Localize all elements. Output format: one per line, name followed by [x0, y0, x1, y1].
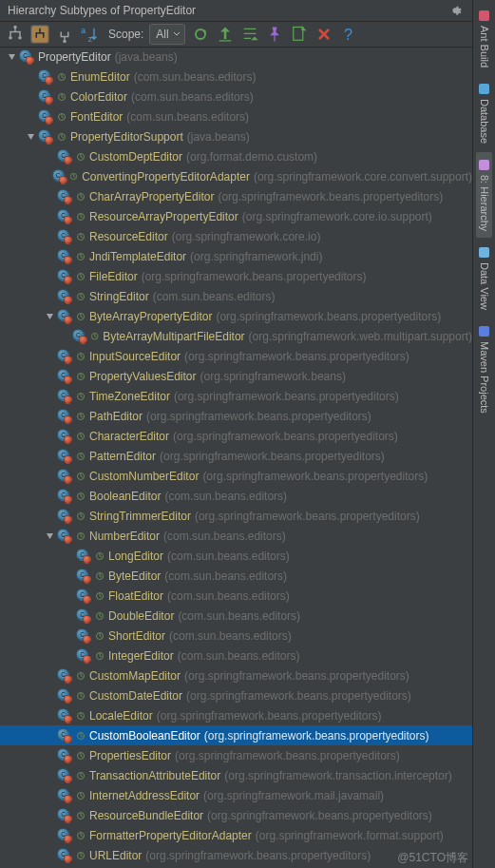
tree-row[interactable]: cFontEditor(com.sun.beans.editors)	[0, 106, 472, 126]
tree-row[interactable]: cTransactionAttributeEditor(org.springfr…	[0, 765, 472, 785]
tree-row[interactable]: cConvertingPropertyEditorAdapter(org.spr…	[0, 166, 472, 186]
close-icon[interactable]	[314, 25, 333, 44]
svg-point-0	[13, 26, 17, 29]
tree-row[interactable]: cPatternEditor(org.springframework.beans…	[0, 446, 472, 466]
tree-row[interactable]: cByteArrayPropertyEditor(org.springframe…	[0, 306, 472, 326]
tree-row[interactable]: cFileEditor(org.springframework.beans.pr…	[0, 266, 472, 286]
type-hierarchy-tree[interactable]: cPropertyEditor(java.beans)cEnumEditor(c…	[0, 47, 472, 868]
tree-row[interactable]: cPropertyValuesEditor(org.springframewor…	[0, 366, 472, 386]
help-icon[interactable]: ?	[339, 25, 358, 44]
tree-row[interactable]: cCustomMapEditor(org.springframework.bea…	[0, 665, 472, 685]
tool-tab[interactable]: Database	[476, 76, 492, 150]
tree-row[interactable]: cResourceBundleEditor(org.springframewor…	[0, 805, 472, 825]
tree-row[interactable]: cPropertiesEditor(org.springframework.be…	[0, 745, 472, 765]
tree-row[interactable]: cTimeZoneEditor(org.springframework.bean…	[0, 386, 472, 406]
tree-row[interactable]: cBooleanEditor(com.sun.beans.editors)	[0, 486, 472, 506]
tree-row[interactable]: cResourceEditor(org.springframework.core…	[0, 226, 472, 246]
tree-row[interactable]: cCharacterEditor(org.springframework.bea…	[0, 426, 472, 446]
svg-point-1	[9, 36, 12, 40]
tree-row[interactable]: cCharArrayPropertyEditor(org.springframe…	[0, 186, 472, 206]
tree-row[interactable]: cCustomNumberEditor(org.springframework.…	[0, 466, 472, 486]
class-icon: c	[57, 229, 72, 244]
tree-row[interactable]: cNumberEditor(com.sun.beans.editors)	[0, 526, 472, 546]
package-name: (org.springframework.beans.propertyedito…	[207, 809, 432, 822]
tree-row[interactable]: cColorEditor(com.sun.beans.editors)	[0, 87, 472, 106]
tree-row[interactable]: cFormatterPropertyEditorAdapter(org.spri…	[0, 825, 472, 845]
package-name: (org.springframework.beans.propertyedito…	[146, 410, 371, 423]
subtypes-icon[interactable]	[30, 25, 49, 44]
tree-row[interactable]: cPathEditor(org.springframework.beans.pr…	[0, 406, 472, 426]
tree-row[interactable]: cShortEditor(com.sun.beans.editors)	[0, 626, 472, 646]
package-name: (org.springframework.beans.propertyedito…	[195, 510, 420, 523]
scope-select[interactable]: All	[149, 24, 184, 45]
autoscroll-to-source-icon[interactable]	[216, 25, 235, 44]
tree-row[interactable]: cPropertyEditorSupport(java.beans)	[0, 126, 472, 146]
arrow-placeholder	[44, 850, 55, 861]
tree-row[interactable]: cLongEditor(com.sun.beans.editors)	[0, 546, 472, 566]
override-marker-icon	[76, 511, 86, 521]
class-name: PropertyEditorSupport	[70, 130, 183, 144]
header: Hierarchy Subtypes of PropertyEditor	[0, 0, 495, 22]
class-name: PathEditor	[89, 410, 143, 423]
override-marker-icon	[76, 152, 86, 162]
tree-row[interactable]: cCustomDateEditor(org.springframework.be…	[0, 685, 472, 705]
settings-icon[interactable]	[446, 1, 465, 20]
export-icon[interactable]	[290, 25, 309, 44]
tool-tab[interactable]: Data View	[476, 240, 492, 317]
supertypes-icon[interactable]	[55, 25, 74, 44]
sort-alpha-icon[interactable]: az	[80, 25, 99, 44]
tree-row[interactable]: cLocaleEditor(org.springframework.beans.…	[0, 705, 472, 725]
arrow-placeholder	[44, 690, 55, 702]
class-icon: c	[76, 628, 91, 644]
expand-arrow-icon[interactable]	[44, 530, 55, 542]
class-icon: c	[57, 409, 72, 424]
arrow-placeholder	[44, 810, 55, 821]
tool-tab[interactable]: Ant Build	[476, 3, 492, 74]
tool-window-strip: Ant BuildDatabase8: HierarchyData ViewMa…	[472, 0, 495, 868]
expand-arrow-icon[interactable]	[25, 131, 36, 143]
arrow-placeholder	[44, 211, 55, 222]
arrow-placeholder	[44, 491, 55, 502]
expand-arrow-icon[interactable]	[44, 311, 55, 322]
class-hierarchy-icon[interactable]	[6, 25, 25, 44]
tree-row[interactable]: cJndiTemplateEditor(org.springframework.…	[0, 246, 472, 266]
package-name: (org.springframework.beans.propertyedito…	[173, 430, 398, 443]
tree-row[interactable]: cInputSourceEditor(org.springframework.b…	[0, 346, 472, 366]
class-icon: c	[57, 768, 72, 783]
tool-tab-label: Ant Build	[479, 26, 490, 68]
expand-arrow-icon[interactable]	[6, 51, 17, 63]
arrow-placeholder	[44, 670, 55, 682]
override-marker-icon	[76, 352, 86, 361]
tree-row[interactable]: cCustomDeptEditor(org.format.demo.custom…	[0, 146, 472, 166]
package-name: (org.springframework.beans.propertyedito…	[175, 749, 400, 762]
autoscroll-from-source-icon[interactable]	[240, 25, 259, 44]
refresh-icon[interactable]	[191, 25, 210, 44]
tree-row[interactable]: cStringEditor(com.sun.beans.editors)	[0, 286, 472, 306]
tree-row[interactable]: cPropertyEditor(java.beans)	[0, 47, 472, 67]
pin-icon[interactable]	[265, 25, 284, 44]
tool-tab[interactable]: Maven Projects	[476, 318, 492, 420]
override-marker-icon	[95, 631, 105, 641]
svg-rect-7	[293, 28, 302, 41]
tree-row[interactable]: cFloatEditor(com.sun.beans.editors)	[0, 586, 472, 606]
override-marker-icon	[95, 591, 105, 601]
tool-tab[interactable]: 8: Hierarchy	[476, 152, 492, 238]
package-name: (org.springframework.transaction.interce…	[224, 769, 451, 782]
tree-row[interactable]: cInternetAddressEditor(org.springframewo…	[0, 785, 472, 805]
tree-row[interactable]: cStringTrimmerEditor(org.springframework…	[0, 506, 472, 526]
tree-row[interactable]: cDoubleEditor(com.sun.beans.editors)	[0, 606, 472, 626]
tree-row[interactable]: cCustomBooleanEditor(org.springframework…	[0, 725, 472, 745]
class-icon: c	[57, 349, 72, 364]
tree-row[interactable]: cIntegerEditor(com.sun.beans.editors)	[0, 646, 472, 665]
class-name: EnumEditor	[70, 70, 130, 84]
package-name: (org.springframework.beans.propertyedito…	[142, 270, 367, 283]
tree-row[interactable]: cResourceArrayPropertyEditor(org.springf…	[0, 206, 472, 226]
override-marker-icon	[76, 392, 86, 401]
tree-row[interactable]: cByteArrayMultipartFileEditor(org.spring…	[0, 326, 472, 346]
tree-row[interactable]: cEnumEditor(com.sun.beans.editors)	[0, 67, 472, 87]
class-name: StringEditor	[89, 290, 149, 303]
class-icon: c	[57, 289, 72, 304]
arrow-placeholder	[25, 91, 36, 103]
tree-row[interactable]: cURLEditor(org.springframework.beans.pro…	[0, 845, 472, 865]
tree-row[interactable]: cByteEditor(com.sun.beans.editors)	[0, 566, 472, 586]
